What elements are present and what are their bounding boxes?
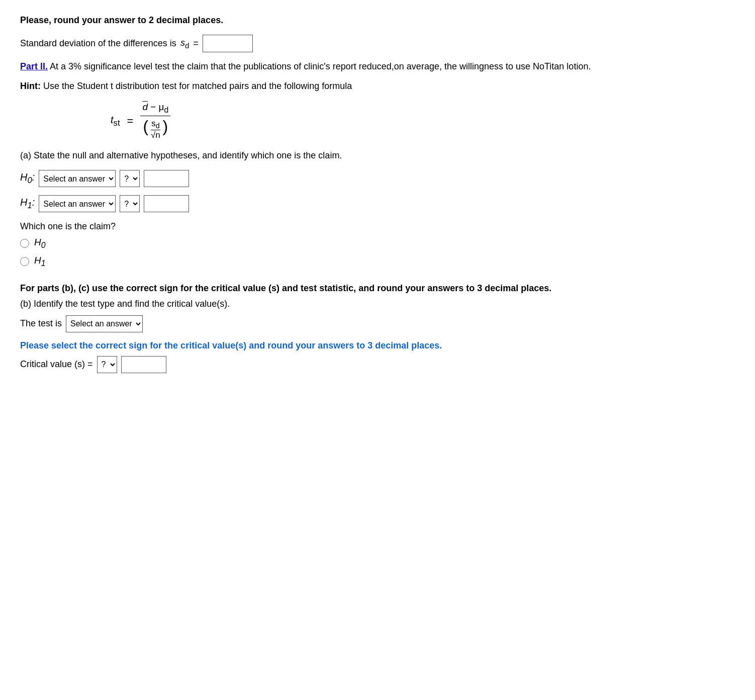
h0-select-answer[interactable]: Select an answer μd x̄d xyxy=(39,170,116,187)
round-instruction: Please, round your answer to 2 decimal p… xyxy=(20,15,735,26)
critical-sign-select[interactable]: ? + - xyxy=(97,356,117,373)
h1-select-answer[interactable]: Select an answer μd x̄d xyxy=(39,195,116,212)
sd-input[interactable] xyxy=(203,35,253,52)
formula: tst = d − μd ( sd √n ) xyxy=(111,102,170,140)
test-type-select[interactable]: Select an answer left-tailed right-taile… xyxy=(66,315,143,332)
h0-select-sign[interactable]: ? = ≠ < > ≤ ≥ xyxy=(120,170,140,187)
h1-row: H1: Select an answer μd x̄d ? = ≠ < > ≤ … xyxy=(20,195,735,212)
h1-select-sign[interactable]: ? = ≠ < > ≤ ≥ xyxy=(120,195,140,212)
critical-value-row: Critical value (s) = ? + - xyxy=(20,356,735,373)
h1-value-input[interactable] xyxy=(144,195,189,212)
critical-value-input[interactable] xyxy=(121,356,166,373)
formula-container: tst = d − μd ( sd √n ) xyxy=(111,102,735,140)
claim-section: Which one is the claim? H0 H1 xyxy=(20,221,735,268)
h0-row: H0: Select an answer μd x̄d ? = ≠ < > ≤ … xyxy=(20,170,735,187)
hint-section: Hint: Use the Student t distribution tes… xyxy=(20,81,735,92)
parts-bc-instruction: For parts (b), (c) use the correct sign … xyxy=(20,283,735,294)
sd-section: Standard deviation of the differences is… xyxy=(20,35,735,52)
part2-section: Part II. At a 3% significance level test… xyxy=(20,61,735,72)
partb-section: (b) Identify the test type and find the … xyxy=(20,299,735,373)
claim-h1-option[interactable]: H1 xyxy=(20,255,735,268)
parta-section: (a) State the null and alternative hypot… xyxy=(20,150,735,268)
claim-radio-group: H0 H1 xyxy=(20,237,735,268)
formula-fraction: d − μd ( sd √n ) xyxy=(140,102,170,140)
claim-h0-option[interactable]: H0 xyxy=(20,237,735,250)
claim-h1-radio[interactable] xyxy=(20,257,29,266)
critical-instruction: Please select the correct sign for the c… xyxy=(20,340,735,351)
test-is-row: The test is Select an answer left-tailed… xyxy=(20,315,735,332)
h0-value-input[interactable] xyxy=(144,170,189,187)
claim-h0-radio[interactable] xyxy=(20,239,29,248)
